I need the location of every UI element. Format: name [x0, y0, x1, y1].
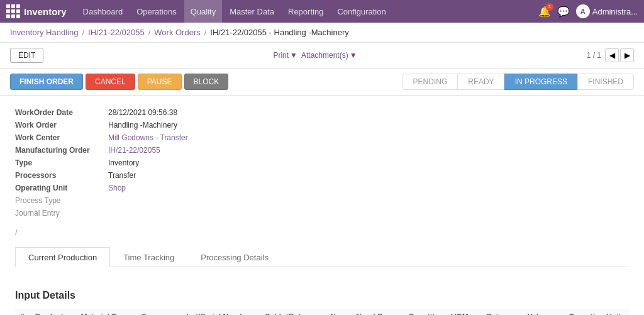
manufacturing-order-value[interactable]: IH/21-22/02055 — [108, 146, 160, 155]
user-label: Administra... — [592, 7, 638, 16]
sep-1: / — [82, 28, 84, 37]
notification-badge: 1 — [546, 3, 553, 11]
print-chevron: ▼ — [290, 51, 297, 60]
chat-icon[interactable]: 💬 — [557, 6, 570, 18]
status-ready[interactable]: READY — [457, 74, 504, 90]
action-bar: EDIT Print ▼ Attachment(s) ▼ 1 / 1 ◀ ▶ — [0, 43, 644, 69]
operating-unit-label: Operating Unit — [15, 184, 103, 192]
work-center-value[interactable]: Mill Godowns - Transfer — [108, 133, 188, 142]
tab-processing-details[interactable]: Processing Details — [187, 247, 282, 267]
print-button[interactable]: Print ▼ — [273, 51, 297, 60]
journal-entry-label: Journal Entry — [15, 209, 103, 218]
sep-2: / — [148, 28, 151, 37]
next-arrow[interactable]: ▶ — [620, 48, 634, 62]
work-order-value: Handling -Machinery — [108, 121, 177, 130]
table-header-row: # Product Material Type Source Lot/Seria… — [15, 309, 629, 315]
nav-operations[interactable]: Operations — [130, 0, 183, 23]
navbar-right: 🔔 1 💬 A Administra... — [538, 4, 638, 18]
col-operating-unit: Operating Unit — [564, 309, 629, 315]
section-title: Input Details — [15, 290, 629, 301]
operating-unit-row: Operating Unit Shop — [15, 184, 309, 192]
processors-label: Processors — [15, 171, 103, 180]
process-type-label: Process Type — [15, 196, 103, 205]
tabs: Current Production Time Tracking Process… — [15, 247, 629, 267]
col-nos: Nos — [325, 309, 351, 315]
col-num: # — [15, 309, 30, 315]
nav-configuration[interactable]: Configuration — [331, 0, 392, 23]
page-info: 1 / 1 — [587, 51, 601, 60]
cancel-button[interactable]: CANCEL — [86, 74, 135, 90]
pause-button[interactable]: PAUSE — [138, 74, 182, 90]
app-title: Inventory — [24, 6, 67, 17]
process-type-row: Process Type — [15, 196, 309, 205]
status-steps: PENDING READY IN PROGRESS FINISHED — [402, 74, 634, 90]
app-brand[interactable]: Inventory — [6, 4, 67, 18]
type-row: Type Inventory — [15, 158, 309, 167]
journal-entry-row: Journal Entry — [15, 209, 309, 218]
form-area: WorkOrder Date 28/12/2021 09:56:38 Work … — [0, 96, 644, 280]
user-menu[interactable]: A Administra... — [576, 4, 638, 18]
tab-time-tracking[interactable]: Time Tracking — [110, 247, 187, 267]
breadcrumb-inventory-handling[interactable]: Inventory Handling — [10, 28, 78, 37]
form-grid: WorkOrder Date 28/12/2021 09:56:38 Work … — [15, 108, 629, 218]
col-rate: Rate — [481, 309, 523, 315]
notification-icon[interactable]: 🔔 1 — [538, 6, 551, 18]
col-uom: UOM — [446, 309, 481, 315]
col-material-type: Material Type — [76, 309, 136, 315]
processors-row: Processors Transfer — [15, 171, 309, 180]
nav-dashboard[interactable]: Dashboard — [77, 0, 130, 23]
work-order-row: Work Order Handling -Machinery — [15, 121, 309, 130]
navbar-nav: Dashboard Operations Quality Master Data… — [77, 0, 528, 23]
col-product: Product — [30, 309, 76, 315]
action-bar-left: EDIT — [10, 48, 43, 63]
slash-separator: / — [15, 228, 629, 237]
nav-quality[interactable]: Quality — [184, 0, 222, 23]
grid-icon — [6, 4, 20, 18]
manufacturing-order-label: Manufacturing Order — [15, 146, 103, 155]
col-quantity: Quantity — [403, 309, 446, 315]
input-details-table: # Product Material Type Source Lot/Seria… — [15, 309, 629, 315]
navbar: Inventory Dashboard Operations Quality M… — [0, 0, 644, 23]
btn-row-left: FINISH ORDER CANCEL PAUSE BLOCK — [10, 74, 228, 90]
status-pending[interactable]: PENDING — [402, 74, 458, 90]
type-label: Type — [15, 158, 103, 167]
breadcrumb: Inventory Handling / IH/21-22/02055 / Wo… — [0, 23, 644, 43]
prev-arrow[interactable]: ◀ — [605, 48, 619, 62]
nav-master-data[interactable]: Master Data — [223, 0, 280, 23]
manufacturing-order-row: Manufacturing Order IH/21-22/02055 — [15, 146, 309, 155]
work-center-label: Work Center — [15, 133, 103, 142]
col-value: Value — [523, 309, 564, 315]
finish-order-button[interactable]: FINISH ORDER — [10, 74, 83, 90]
breadcrumb-current: IH/21-22/02055 - Handling -Machinery — [210, 28, 348, 37]
attachments-label: Attachment(s) — [301, 51, 348, 60]
tab-current-production[interactable]: Current Production — [15, 247, 110, 267]
attachments-chevron: ▼ — [350, 51, 357, 60]
type-value: Inventory — [108, 158, 139, 167]
breadcrumb-work-orders[interactable]: Work Orders — [154, 28, 200, 37]
col-lot-serial: Lot/Serial Number — [181, 309, 260, 315]
action-bar-center: Print ▼ Attachment(s) ▼ — [273, 51, 357, 60]
processors-value: Transfer — [108, 171, 136, 180]
operating-unit-value[interactable]: Shop — [108, 184, 126, 192]
breadcrumb-ih-number[interactable]: IH/21-22/02055 — [88, 28, 145, 37]
sep-3: / — [204, 28, 207, 37]
edit-button[interactable]: EDIT — [10, 48, 43, 63]
table-section: Input Details # Product Material Type So… — [0, 280, 644, 315]
status-finished[interactable]: FINISHED — [577, 74, 634, 90]
btn-row: FINISH ORDER CANCEL PAUSE BLOCK PENDING … — [0, 69, 644, 96]
col-source: Source — [136, 309, 182, 315]
nav-reporting[interactable]: Reporting — [282, 0, 330, 23]
action-bar-right: 1 / 1 ◀ ▶ — [587, 48, 634, 62]
status-in-progress[interactable]: IN PROGRESS — [504, 74, 577, 90]
work-order-date-value: 28/12/2021 09:56:38 — [108, 108, 177, 117]
work-order-label: Work Order — [15, 121, 103, 130]
work-order-date-row: WorkOrder Date 28/12/2021 09:56:38 — [15, 108, 309, 117]
nav-arrows: ◀ ▶ — [605, 48, 634, 62]
block-button[interactable]: BLOCK — [184, 74, 229, 90]
work-center-row: Work Center Mill Godowns - Transfer — [15, 133, 309, 142]
work-order-date-label: WorkOrder Date — [15, 108, 103, 117]
attachments-button[interactable]: Attachment(s) ▼ — [301, 51, 357, 60]
col-sublot-ref: SublotRef. — [260, 309, 325, 315]
print-label: Print — [273, 51, 289, 60]
user-avatar: A — [576, 4, 590, 18]
